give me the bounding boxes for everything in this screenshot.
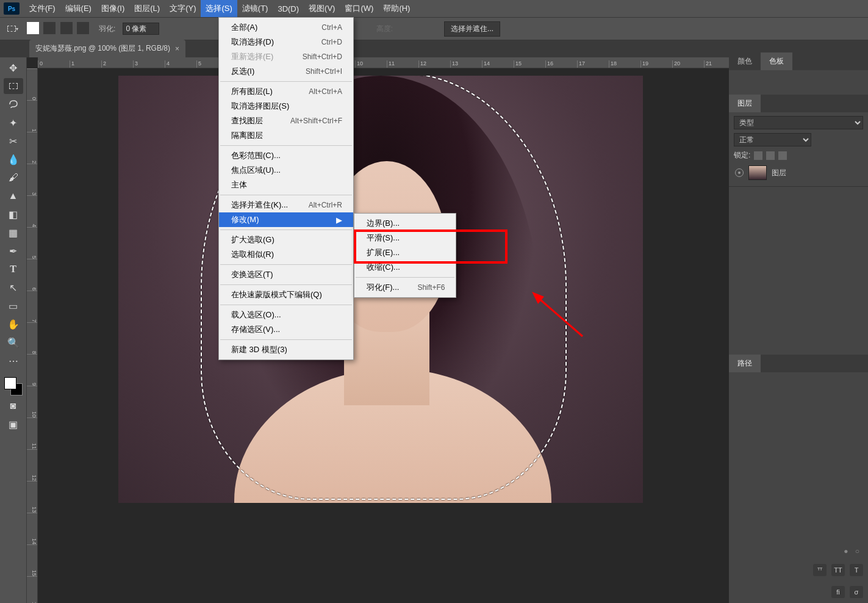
menu-layer[interactable]: 图层(L) <box>129 0 165 17</box>
select-menu-dropdown: 全部(A)Ctrl+A 取消选择(D)Ctrl+D 重新选择(E)Shift+C… <box>218 17 354 360</box>
workspace: 012345678910111213141516171819202122 012… <box>27 57 729 603</box>
tab-color[interactable]: 颜色 <box>729 52 761 70</box>
menuitem-border[interactable]: 边界(B)... <box>354 216 456 231</box>
close-tab-icon[interactable]: × <box>175 45 179 53</box>
panels-right: 颜色 色板 图层 类型 正常 锁定: 图层 路径 ● ○ ᵀᵀ <box>729 52 868 603</box>
document-tab-title: 安妮海瑟薇.png @ 100% (图层 1, RGB/8) <box>35 43 170 54</box>
glyph-fi-icon[interactable]: fi <box>831 586 845 598</box>
menu-filter[interactable]: 滤镜(T) <box>237 0 273 17</box>
menu-window[interactable]: 窗口(W) <box>340 0 378 17</box>
path-select-tool-icon[interactable]: ↖ <box>4 280 23 295</box>
pen-tool-icon[interactable]: ✒ <box>4 243 23 259</box>
stamp-tool-icon[interactable]: ▲ <box>4 188 23 204</box>
height-label: 高度: <box>376 24 393 34</box>
layer-item[interactable]: 图层 <box>734 163 863 182</box>
toolbox: ✥ ✦ ✂ 💧 🖌 ▲ ◧ ▦ ✒ T ↖ ▭ ✋ 🔍 ⋯ ◙ ▣ <box>0 57 27 603</box>
quickmask-icon[interactable]: ◙ <box>4 398 23 414</box>
menuitem-expand[interactable]: 扩展(E)... <box>354 245 456 260</box>
tab-swatches[interactable]: 色板 <box>761 52 792 70</box>
feather-input[interactable] <box>123 23 159 35</box>
tab-paths[interactable]: 路径 <box>729 355 761 372</box>
menuitem-select-mask[interactable]: 选择并遮住(K)...Alt+Ctrl+R <box>219 198 353 212</box>
options-bar: ▾ 羽化: 宽度: 高度: 选择并遮住... <box>0 17 868 40</box>
lock-transparency-icon[interactable] <box>754 151 762 160</box>
screenmode-icon[interactable]: ▣ <box>4 416 23 432</box>
menuitem-find-layers[interactable]: 查找图层Alt+Shift+Ctrl+F <box>219 114 353 128</box>
blend-mode-select[interactable]: 正常 <box>734 133 811 146</box>
menuitem-isolate-layers[interactable]: 隔离图层 <box>219 128 353 143</box>
menuitem-feather[interactable]: 羽化(F)...Shift+F6 <box>354 280 456 295</box>
menuitem-all[interactable]: 全部(A)Ctrl+A <box>219 20 353 35</box>
menuitem-reselect: 重新选择(E)Shift+Ctrl+D <box>219 49 353 64</box>
menu-select[interactable]: 选择(S) <box>201 0 237 17</box>
menuitem-grow[interactable]: 扩大选取(G) <box>219 233 353 247</box>
eyedropper-tool-icon[interactable]: 💧 <box>4 151 23 167</box>
gradient-tool-icon[interactable]: ▦ <box>4 225 23 240</box>
menubar: Ps 文件(F) 编辑(E) 图像(I) 图层(L) 文字(Y) 选择(S) 滤… <box>0 0 868 17</box>
lock-pixels-icon[interactable] <box>766 151 775 160</box>
menuitem-load-selection[interactable]: 载入选区(O)... <box>219 308 353 322</box>
menu-edit[interactable]: 编辑(E) <box>60 0 96 17</box>
menu-help[interactable]: 帮助(H) <box>378 0 415 17</box>
panel-dots: ● ○ <box>729 543 868 559</box>
layers-panel-tabs: 图层 <box>729 95 868 112</box>
color-swatches[interactable] <box>4 377 23 395</box>
lock-row: 锁定: <box>734 150 863 161</box>
glyph-tt-small-icon[interactable]: ᵀᵀ <box>813 564 827 576</box>
shape-tool-icon[interactable]: ▭ <box>4 298 23 314</box>
text-tool-icon[interactable]: T <box>4 261 23 277</box>
lock-position-icon[interactable] <box>778 151 787 160</box>
menu-type[interactable]: 文字(Y) <box>165 0 201 17</box>
menuitem-focus-area[interactable]: 焦点区域(U)... <box>219 163 353 178</box>
layer-thumbnail <box>748 165 767 180</box>
fg-color-swatch[interactable] <box>4 377 16 389</box>
wand-tool-icon[interactable]: ✦ <box>4 115 23 131</box>
menuitem-deselect[interactable]: 取消选择(D)Ctrl+D <box>219 35 353 49</box>
lasso-tool-icon[interactable] <box>4 96 23 112</box>
feather-label: 羽化: <box>99 24 115 34</box>
menuitem-save-selection[interactable]: 存储选区(V)... <box>219 322 353 337</box>
visibility-eye-icon[interactable] <box>735 168 744 177</box>
menu-image[interactable]: 图像(I) <box>96 0 129 17</box>
mode-intersect-icon[interactable] <box>77 22 89 34</box>
menuitem-color-range[interactable]: 色彩范围(C)... <box>219 148 353 163</box>
glyph-tt-icon[interactable]: TT <box>831 564 845 576</box>
glyph-t-icon[interactable]: T <box>850 564 863 576</box>
modify-submenu: 边界(B)... 平滑(S)... 扩展(E)... 收缩(C)... 羽化(F… <box>354 213 456 298</box>
menu-file[interactable]: 文件(F) <box>24 0 60 17</box>
menuitem-inverse[interactable]: 反选(I)Shift+Ctrl+I <box>219 64 353 79</box>
menuitem-new-3d[interactable]: 新建 3D 模型(3) <box>219 342 353 357</box>
document-tab[interactable]: 安妮海瑟薇.png @ 100% (图层 1, RGB/8) × <box>29 40 185 57</box>
zoom-tool-icon[interactable]: 🔍 <box>4 334 23 350</box>
mode-subtract-icon[interactable] <box>60 22 73 34</box>
tool-preset-icon[interactable]: ▾ <box>6 22 20 35</box>
menuitem-similar[interactable]: 选取相似(R) <box>219 247 353 262</box>
marquee-tool-icon[interactable] <box>4 78 23 94</box>
menuitem-smooth[interactable]: 平滑(S)... <box>354 231 456 245</box>
menuitem-all-layers[interactable]: 所有图层(L)Alt+Ctrl+A <box>219 84 353 99</box>
color-panel-tabs: 颜色 色板 <box>729 52 868 70</box>
hand-tool-icon[interactable]: ✋ <box>4 316 23 332</box>
more-tools-icon[interactable]: ⋯ <box>4 353 23 369</box>
app-logo: Ps <box>4 2 20 15</box>
mode-new-icon[interactable] <box>27 22 39 34</box>
menuitem-modify[interactable]: 修改(M)▶ <box>219 212 353 227</box>
tab-layers[interactable]: 图层 <box>729 95 761 112</box>
character-glyph-row: ᵀᵀ TT T <box>729 559 868 581</box>
menuitem-deselect-layers[interactable]: 取消选择图层(S) <box>219 99 353 114</box>
crop-tool-icon[interactable]: ✂ <box>4 133 23 149</box>
layer-kind-select[interactable]: 类型 <box>734 116 863 129</box>
glyph-sigma-icon[interactable]: σ <box>850 586 863 598</box>
menuitem-quickmask-edit[interactable]: 在快速蒙版模式下编辑(Q) <box>219 287 353 302</box>
eraser-tool-icon[interactable]: ◧ <box>4 206 23 222</box>
menuitem-contract[interactable]: 收缩(C)... <box>354 260 456 275</box>
mode-add-icon[interactable] <box>43 22 56 34</box>
move-tool-icon[interactable]: ✥ <box>4 60 23 76</box>
ruler-vertical: 012345678910111213141516 <box>27 68 38 603</box>
select-and-mask-button[interactable]: 选择并遮住... <box>444 21 500 37</box>
menuitem-subject[interactable]: 主体 <box>219 178 353 192</box>
brush-tool-icon[interactable]: 🖌 <box>4 170 23 186</box>
menu-3d[interactable]: 3D(D) <box>273 0 304 17</box>
menuitem-transform-selection[interactable]: 变换选区(T) <box>219 267 353 282</box>
menu-view[interactable]: 视图(V) <box>304 0 340 17</box>
